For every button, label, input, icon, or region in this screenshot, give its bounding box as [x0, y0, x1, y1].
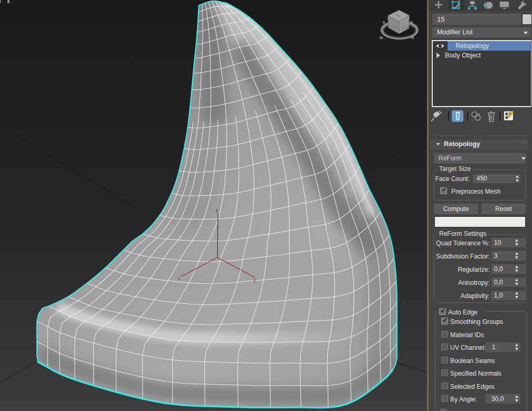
svg-text:N: N	[411, 36, 414, 40]
svg-text:W: W	[379, 36, 383, 40]
svg-text:S: S	[383, 21, 385, 24]
svg-text:z: z	[216, 208, 218, 213]
svg-text:E: E	[411, 21, 413, 24]
